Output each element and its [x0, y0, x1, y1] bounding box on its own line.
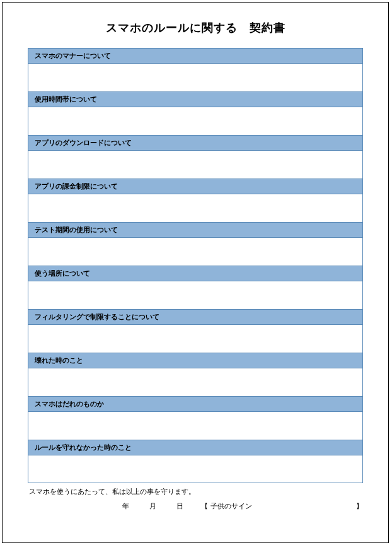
- section-violation: ルールを守れなかった時のこと: [28, 440, 363, 483]
- signature-line: 年 月 日 【 子供のサイン 】: [28, 501, 363, 511]
- sign-label: 子供のサイン: [210, 501, 252, 511]
- document-page: スマホのルールに関する 契約書 スマホのマナーについて 使用時間帯について アプ…: [2, 2, 389, 543]
- pledge-text: スマホを使うにあたって、私は以上の事を守ります。: [28, 487, 363, 496]
- section-broken: 壊れた時のこと: [28, 353, 363, 396]
- bracket-open: 【: [201, 501, 208, 511]
- section-header: スマホはだれのものか: [28, 396, 363, 412]
- document-title: スマホのルールに関する 契約書: [28, 20, 363, 35]
- section-header: アプリのダウンロードについて: [28, 135, 363, 151]
- section-header: フィルタリングで制限することについて: [28, 309, 363, 325]
- section-filter: フィルタリングで制限することについて: [28, 309, 363, 353]
- section-header: テスト期間の使用について: [28, 222, 363, 238]
- section-exam: テスト期間の使用について: [28, 222, 363, 266]
- bracket-close: 】: [356, 501, 363, 511]
- day-label: 日: [176, 501, 183, 511]
- section-ownership: スマホはだれのものか: [28, 396, 363, 440]
- month-label: 月: [149, 501, 156, 511]
- section-place: 使う場所について: [28, 266, 363, 309]
- section-header: アプリの課金制限について: [28, 179, 363, 194]
- section-body[interactable]: [28, 107, 363, 135]
- section-body[interactable]: [28, 325, 363, 353]
- section-header: 使用時間帯について: [28, 91, 363, 107]
- section-body[interactable]: [28, 368, 363, 396]
- section-purchase: アプリの課金制限について: [28, 179, 363, 222]
- section-body[interactable]: [28, 238, 363, 266]
- section-body[interactable]: [28, 281, 363, 309]
- section-body[interactable]: [28, 194, 363, 222]
- section-body[interactable]: [28, 151, 363, 179]
- year-label: 年: [122, 501, 129, 511]
- sections-container: スマホのマナーについて 使用時間帯について アプリのダウンロードについて アプリ…: [28, 48, 363, 483]
- section-header: 壊れた時のこと: [28, 353, 363, 368]
- section-manner: スマホのマナーについて: [28, 48, 363, 91]
- section-body[interactable]: [28, 455, 363, 483]
- section-header: ルールを守れなかった時のこと: [28, 440, 363, 455]
- section-body[interactable]: [28, 412, 363, 440]
- section-header: 使う場所について: [28, 266, 363, 281]
- section-time: 使用時間帯について: [28, 91, 363, 135]
- section-download: アプリのダウンロードについて: [28, 135, 363, 179]
- section-header: スマホのマナーについて: [28, 48, 363, 64]
- section-body[interactable]: [28, 64, 363, 91]
